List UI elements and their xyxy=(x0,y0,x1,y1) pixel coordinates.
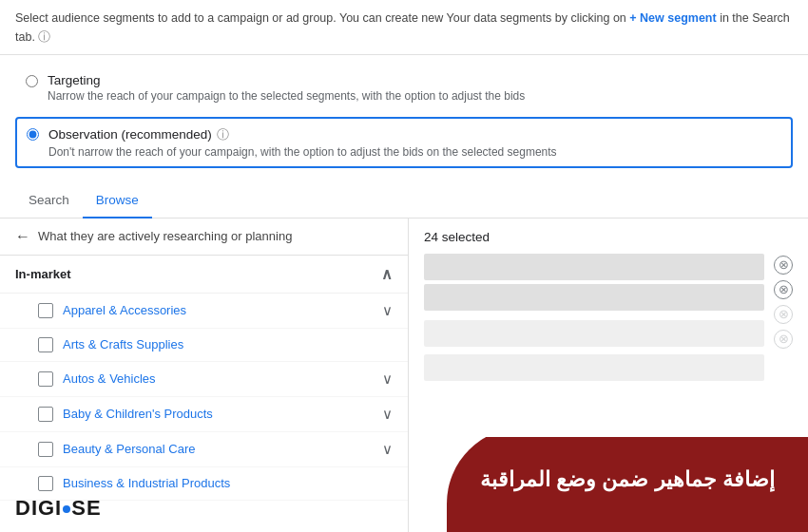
right-panel: 24 selected ⊗ ⊗ ⊗ ⊗ xyxy=(409,218,808,533)
category-apparel[interactable]: Apparel & Accessories ∨ xyxy=(0,294,408,329)
expand-icon[interactable]: ∨ xyxy=(382,302,393,319)
info-icon[interactable]: ⓘ xyxy=(38,29,50,44)
logo-dose: SE xyxy=(71,496,101,520)
remove-button-4[interactable]: ⊗ xyxy=(774,330,793,349)
category-baby[interactable]: Baby & Children's Products ∨ xyxy=(0,397,408,432)
category-checkbox[interactable] xyxy=(38,337,53,352)
category-name[interactable]: Autos & Vehicles xyxy=(63,371,156,386)
radio-section: Targeting Narrow the reach of your campa… xyxy=(0,55,808,183)
info-text: Select audience segments to add to a cam… xyxy=(15,11,626,25)
category-arts[interactable]: Arts & Crafts Supplies xyxy=(0,329,408,362)
new-segment-link[interactable]: + New segment xyxy=(629,11,716,25)
observation-desc: Don't narrow the reach of your campaign,… xyxy=(48,145,557,159)
targeting-option[interactable]: Targeting Narrow the reach of your campa… xyxy=(15,65,793,111)
category-checkbox[interactable] xyxy=(38,371,53,387)
main-content: ← What they are actively researching or … xyxy=(0,218,808,533)
targeting-desc: Narrow the reach of your campaign to the… xyxy=(48,89,525,103)
category-name[interactable]: Arts & Crafts Supplies xyxy=(63,337,183,352)
selected-block-1 xyxy=(424,254,764,280)
tab-search[interactable]: Search xyxy=(15,183,83,218)
back-arrow-icon: ← xyxy=(15,228,30,245)
remove-button-1[interactable]: ⊗ xyxy=(774,256,793,275)
gray-blocks xyxy=(424,254,764,381)
category-autos[interactable]: Autos & Vehicles ∨ xyxy=(0,362,408,397)
selected-count: 24 selected xyxy=(424,230,793,244)
logo-dot xyxy=(63,505,70,513)
logo-area: DIGISE xyxy=(15,496,102,521)
expand-icon[interactable]: ∨ xyxy=(382,441,393,458)
targeting-radio[interactable] xyxy=(26,75,38,87)
section-label: In-market xyxy=(15,267,71,281)
tab-browse[interactable]: Browse xyxy=(83,183,152,218)
observation-option[interactable]: Observation (recommended) ⓘ Don't narrow… xyxy=(15,117,793,168)
category-checkbox[interactable] xyxy=(38,303,53,318)
observation-label: Observation (recommended) ⓘ xyxy=(48,126,557,143)
expand-icon[interactable]: ∨ xyxy=(382,406,393,423)
logo-digi: DIGI xyxy=(15,496,62,520)
category-checkbox[interactable] xyxy=(38,442,53,457)
tabs-row: Search Browse xyxy=(0,183,808,218)
targeting-label[interactable]: Targeting xyxy=(48,73,525,87)
category-name[interactable]: Baby & Children's Products xyxy=(63,407,213,421)
section-collapse-icon[interactable]: ∧ xyxy=(381,265,393,283)
category-checkbox[interactable] xyxy=(38,407,53,422)
expand-icon[interactable]: ∨ xyxy=(382,370,393,388)
selected-block-4 xyxy=(424,354,764,381)
back-text: What they are actively researching or pl… xyxy=(38,229,292,243)
observation-info-icon[interactable]: ⓘ xyxy=(217,126,229,143)
selected-block-2 xyxy=(424,284,764,311)
category-name[interactable]: Beauty & Personal Care xyxy=(63,442,195,456)
category-name[interactable]: Business & Industrial Products xyxy=(63,476,230,490)
left-panel: ← What they are actively researching or … xyxy=(0,218,409,533)
category-beauty[interactable]: Beauty & Personal Care ∨ xyxy=(0,432,408,467)
section-header: In-market ∧ xyxy=(0,256,408,294)
remove-buttons-column: ⊗ ⊗ ⊗ ⊗ xyxy=(774,254,793,381)
remove-button-2[interactable]: ⊗ xyxy=(774,280,793,299)
observation-radio[interactable] xyxy=(27,128,39,141)
remove-button-3[interactable]: ⊗ xyxy=(774,305,793,324)
category-name[interactable]: Apparel & Accessories xyxy=(63,303,186,317)
back-row[interactable]: ← What they are actively researching or … xyxy=(0,218,408,256)
top-info-bar: Select audience segments to add to a cam… xyxy=(0,0,808,55)
selected-items-area: ⊗ ⊗ ⊗ ⊗ xyxy=(424,254,793,381)
selected-block-3 xyxy=(424,320,764,347)
category-checkbox[interactable] xyxy=(38,476,53,491)
